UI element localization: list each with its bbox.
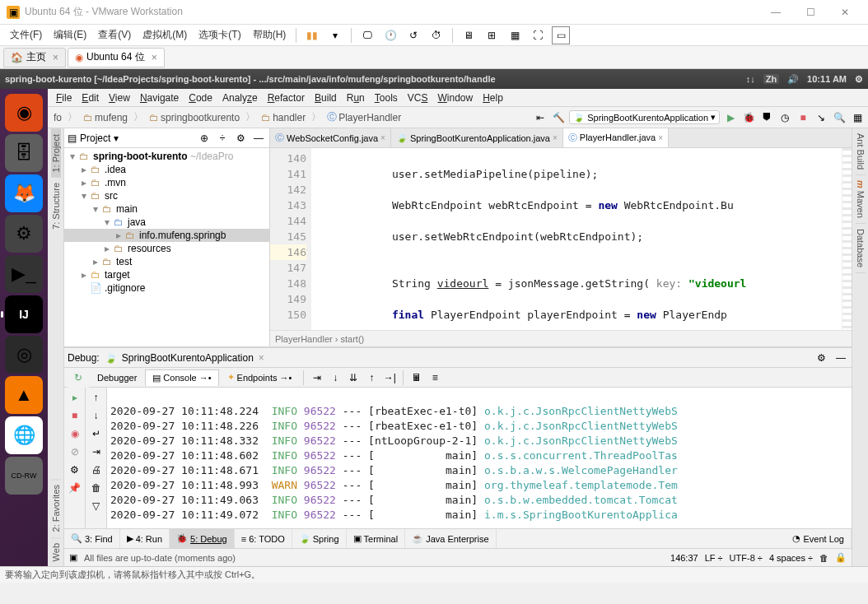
snapshot-icon[interactable]: 🖵 xyxy=(358,26,376,44)
toolwindow-find[interactable]: 🔍 3: Find xyxy=(64,529,120,548)
vm-menu-help[interactable]: 帮助(H) xyxy=(248,26,292,44)
target-icon[interactable]: ⊕ xyxy=(197,131,212,146)
run-button[interactable]: ▶ xyxy=(723,110,738,125)
sidebar-tab-maven[interactable]: m Maven xyxy=(856,175,866,224)
tree-item[interactable]: 📄.gitignore xyxy=(64,281,269,295)
trace-icon[interactable]: ≡ xyxy=(427,369,443,386)
step-force-icon[interactable]: ⇊ xyxy=(345,369,362,386)
snapshot-take-icon[interactable]: ⏱ xyxy=(427,26,446,44)
status-lineending[interactable]: LF ÷ xyxy=(705,553,723,563)
thumbnail-icon[interactable]: ▦ xyxy=(506,26,524,44)
sidebar-tab-project[interactable]: 1: Project xyxy=(51,128,61,177)
console-output[interactable]: 2020-09-27 10:11:48.224 INFO 96522 --- [… xyxy=(107,388,852,528)
ij-menu-refactor[interactable]: Refactor xyxy=(263,91,310,105)
sidebar-tab-web[interactable]: Web xyxy=(51,537,61,566)
toolwindow-debug[interactable]: 🐞 5: Debug xyxy=(170,529,235,548)
run-config-selector[interactable]: 🍃 SpringBootKurentoApplication ▾ xyxy=(569,110,720,124)
tree-item[interactable]: ▸🗀resources xyxy=(64,242,269,255)
run-to-cursor-icon[interactable]: →| xyxy=(381,369,398,386)
pin-icon[interactable]: 📌 xyxy=(67,480,83,496)
step-into-icon[interactable]: ↓ xyxy=(327,369,343,386)
sidebar-tab-favorites[interactable]: 2: Favorites xyxy=(51,479,61,537)
filter-icon[interactable]: ▽ xyxy=(88,498,105,514)
close-icon[interactable]: × xyxy=(553,133,558,142)
vm-menu-tab[interactable]: 选项卡(T) xyxy=(194,26,245,44)
endpoints-tab[interactable]: ✦Endpoints →• xyxy=(221,369,299,385)
evaluate-icon[interactable]: 🖩 xyxy=(408,369,425,386)
view-breakpoints-icon[interactable]: ◉ xyxy=(67,425,83,442)
editor-tab[interactable]: 🍃SpringBootKurentoApplication.java× xyxy=(391,128,563,147)
toolwindow-run[interactable]: ▶ 4: Run xyxy=(120,529,170,548)
code-editor[interactable]: user.setMediaPipeline(pipeline); WebRtcE… xyxy=(311,148,842,330)
sidebar-tab-database[interactable]: Database xyxy=(856,224,866,273)
close-icon[interactable]: × xyxy=(658,133,663,142)
project-structure-icon[interactable]: ▦ xyxy=(850,110,865,125)
snapshot-manage-icon[interactable]: 🕐 xyxy=(381,26,399,44)
status-position[interactable]: 146:37 xyxy=(670,553,698,563)
editor-tab-active[interactable]: ⒸPlayerHandler.java× xyxy=(563,128,669,147)
print-icon[interactable]: 🖨 xyxy=(88,462,105,478)
launcher-chrome-icon[interactable]: 🌐 xyxy=(5,416,43,454)
stop-button[interactable]: ■ xyxy=(67,407,83,424)
launcher-settings-icon[interactable]: ⚙ xyxy=(5,215,43,253)
pause-icon[interactable]: ▮▮ xyxy=(303,26,321,44)
hide-icon[interactable]: — xyxy=(833,351,848,365)
profile-button[interactable]: ◷ xyxy=(777,110,792,125)
toolwindow-eventlog[interactable]: ◔ Event Log xyxy=(786,529,852,548)
stretch-icon[interactable]: ⛶ xyxy=(529,26,547,44)
nav-crumb[interactable]: 🗀springbootkurento xyxy=(147,110,242,125)
stop-button[interactable]: ■ xyxy=(796,110,810,125)
nav-crumb[interactable]: 🗀mufeng xyxy=(81,110,130,125)
debug-button[interactable]: 🐞 xyxy=(741,110,756,125)
network-icon[interactable]: ↕↓ xyxy=(746,74,755,84)
ij-menu-file[interactable]: File xyxy=(51,91,77,105)
hide-icon[interactable]: — xyxy=(251,131,266,146)
tree-item[interactable]: ▸🗀target xyxy=(64,268,269,281)
ij-menu-edit[interactable]: Edit xyxy=(77,91,104,105)
close-button[interactable]: ✕ xyxy=(828,1,861,24)
ij-menu-build[interactable]: Build xyxy=(310,91,342,105)
toolwindow-todo[interactable]: ≡ 6: TODO xyxy=(235,529,292,548)
status-encoding[interactable]: UTF-8 ÷ xyxy=(730,553,763,563)
launcher-firefox-icon[interactable]: 🦊 xyxy=(5,174,43,212)
ij-menu-tools[interactable]: Tools xyxy=(370,91,403,105)
launcher-cdrw-icon[interactable]: CD-RW xyxy=(5,457,43,495)
launcher-terminal-icon[interactable]: ▶_ xyxy=(5,255,43,293)
launcher-intellij-icon[interactable]: IJ xyxy=(5,295,43,333)
vmware-tab-ubuntu[interactable]: ◉ Ubuntu 64 位 × xyxy=(68,48,165,67)
resume-button[interactable]: ▸ xyxy=(67,389,83,406)
mute-breakpoints-icon[interactable]: ⊘ xyxy=(67,444,83,460)
vm-menu-file[interactable]: 文件(F) xyxy=(5,26,47,44)
launcher-obs-icon[interactable]: ◎ xyxy=(5,336,43,374)
ij-menu-help[interactable]: Help xyxy=(478,91,508,105)
vm-menu-edit[interactable]: 编辑(E) xyxy=(49,26,91,44)
gear-icon[interactable]: ⚙ xyxy=(233,131,248,146)
launcher-files-icon[interactable]: 🗄 xyxy=(5,134,43,172)
unity-icon[interactable]: ⊞ xyxy=(483,26,501,44)
step-out-icon[interactable]: ↑ xyxy=(363,369,380,386)
soft-wrap-icon[interactable]: ↵ xyxy=(88,425,105,442)
memory-icon[interactable]: 🗑 xyxy=(819,553,828,563)
maximize-button[interactable]: ☐ xyxy=(794,1,827,24)
toolwindow-terminal[interactable]: ▣ Terminal xyxy=(347,529,406,548)
settings-gear-icon[interactable]: ⚙ xyxy=(855,74,863,85)
launcher-ubuntu-icon[interactable]: ◉ xyxy=(5,94,43,132)
build-icon[interactable]: 🔨 xyxy=(551,110,566,125)
error-stripe[interactable] xyxy=(842,148,852,330)
tree-item[interactable]: ▸🗀test xyxy=(64,255,269,268)
tree-item[interactable]: ▾🗀java xyxy=(64,216,269,229)
scroll-up-icon[interactable]: ↑ xyxy=(88,389,105,406)
nav-crumb[interactable]: ⒸPlayerHandler xyxy=(324,109,404,126)
tree-item[interactable]: ▾🗀src xyxy=(64,189,269,202)
toolwindow-spring[interactable]: 🍃 Spring xyxy=(292,529,347,548)
editor-tab[interactable]: ⒸWebSocketConfig.java× xyxy=(270,128,391,147)
ij-menu-analyze[interactable]: Analyze xyxy=(217,91,263,105)
breadcrumb-item[interactable]: start() xyxy=(340,334,364,344)
sound-icon[interactable]: 🔊 xyxy=(787,74,799,85)
tree-item-selected[interactable]: ▸🗀info.mufeng.springb xyxy=(64,229,269,242)
ij-menu-navigate[interactable]: Navigate xyxy=(135,91,184,105)
ij-menu-view[interactable]: View xyxy=(104,91,135,105)
fullscreen-icon[interactable]: 🖥 xyxy=(460,26,478,44)
lock-icon[interactable]: 🔒 xyxy=(835,552,847,563)
nav-crumb[interactable]: 🗀handler xyxy=(259,110,308,125)
